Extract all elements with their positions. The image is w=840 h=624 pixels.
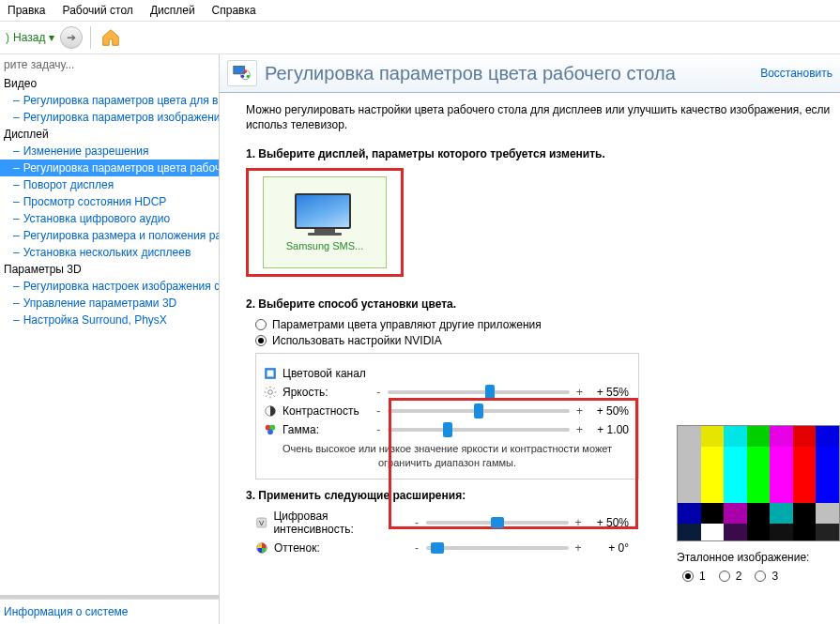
page-title: Регулировка параметров цвета рабочего ст… [265,63,676,84]
back-button[interactable]: ) Назад ▾ [6,31,54,44]
tree-item-video-image[interactable]: –Регулировка параметров изображения д [0,109,219,126]
tree-group-video: Видео [0,75,219,92]
nav-tree: Видео –Регулировка параметров цвета для … [0,73,219,595]
radio-nvidia[interactable]: Использовать настройки NVIDIA [255,334,832,347]
svg-line-15 [266,396,267,397]
arrow-right-icon: ➔ [67,31,76,44]
menubar: Правка Рабочий стол Дисплей Справка [0,0,840,22]
hue-slider[interactable]: - + [413,541,582,555]
hue-label: Оттенок: [274,541,320,555]
tree-item-3d-image-settings[interactable]: –Регулировка настроек изображения с пр [0,278,219,295]
task-select-label[interactable]: рите задачу... [0,54,219,73]
channel-icon [264,367,277,380]
page-description: Можно регулировать настройки цвета рабоч… [246,102,832,132]
intensity-label: Цифровая интенсивность: [273,510,405,536]
tree-group-3d: Параметры 3D [0,261,219,278]
svg-point-2 [244,70,247,73]
radio-icon [255,335,267,346]
menu-display[interactable]: Дисплей [150,4,195,17]
preview-pane: Эталонное изображение: 1 2 3 [677,425,840,583]
tree-item-3d-manage[interactable]: –Управление параметрами 3D [0,295,219,312]
content: Регулировка параметров цвета рабочего ст… [220,54,840,624]
brightness-label: Яркость: [283,386,328,399]
step2-label: 2. Выберите способ установки цвета. [246,297,832,311]
tree-item-video-color[interactable]: –Регулировка параметров цвета для вид [0,92,219,109]
minus-icon: - [374,423,382,436]
menu-help[interactable]: Справка [212,4,256,17]
tree-item-multiple-displays[interactable]: –Установка нескольких дисплеев [0,244,219,261]
minus-icon: - [413,541,420,555]
sidebar-system-info[interactable]: Информация о системе [0,599,219,624]
contrast-icon [264,404,277,418]
minus-icon: - [374,404,382,418]
radio-other-apps[interactable]: Параметрами цвета управляют другие прило… [255,318,832,331]
tree-item-rotate[interactable]: –Поворот дисплея [0,176,219,193]
menu-edit[interactable]: Правка [8,4,46,17]
home-icon [100,27,121,48]
reference-image-label: Эталонное изображение: [677,551,840,564]
display-selection-highlight: Samsung SMS... [246,168,404,277]
svg-point-7 [268,390,273,395]
tree-item-desktop-color[interactable]: –Регулировка параметров цвета рабочег [0,160,219,176]
svg-point-4 [241,75,244,78]
tree-group-display: Дисплей [0,126,219,143]
home-button[interactable] [99,25,123,50]
hue-value: + 0° [589,541,631,555]
ref-radio-1[interactable]: 1 [682,570,706,583]
forward-button[interactable]: ➔ [60,26,83,49]
channel-label: Цветовой канал [283,367,366,380]
gamma-label: Гамма: [283,423,319,436]
minus-icon: - [374,386,382,399]
sidebar: рите задачу... Видео –Регулировка параме… [0,54,220,624]
color-bars-preview [677,425,840,541]
ref-radio-2[interactable]: 2 [719,570,742,583]
page-title-bar: Регулировка параметров цвета рабочего ст… [220,54,840,93]
display-tile-samsung[interactable]: Samsung SMS... [263,176,387,268]
svg-line-12 [266,388,267,389]
page-title-icon [227,60,257,86]
tree-item-surround-physx[interactable]: –Настройка Surround, PhysX [0,312,219,328]
chevron-down-icon: ▾ [49,31,54,44]
radio-icon [682,571,694,582]
tree-item-resolution[interactable]: –Изменение разрешения [0,143,219,160]
contrast-label: Контрастность [283,404,359,418]
plus-icon: + [574,541,582,555]
svg-point-19 [267,430,273,435]
svg-rect-6 [267,371,274,377]
reference-image-radios: 1 2 3 [682,570,840,583]
monitor-icon [295,193,355,236]
svg-point-3 [247,75,250,78]
radio-icon [255,319,267,330]
restore-defaults-link[interactable]: Восстановить [760,67,832,80]
radio-icon [719,571,730,582]
toolbar: ) Назад ▾ ➔ [0,22,840,54]
svg-rect-0 [234,67,245,74]
svg-line-13 [274,396,275,397]
sliders-highlight [389,398,638,529]
menu-desktop[interactable]: Рабочий стол [63,4,133,17]
intensity-icon: V [255,516,267,529]
toolbar-separator [90,26,91,49]
radio-icon [755,571,766,582]
hue-icon [255,541,268,555]
gamma-icon [264,423,277,436]
ref-radio-3[interactable]: 3 [755,570,778,583]
svg-line-14 [274,388,275,389]
tree-item-size-position[interactable]: –Регулировка размера и положения рабо [0,227,219,244]
tree-item-hdcp[interactable]: –Просмотр состояния HDCP [0,193,219,210]
step1-label: 1. Выберите дисплей, параметры которого … [246,147,832,160]
brightness-icon [264,386,277,399]
svg-text:V: V [259,519,265,527]
tree-item-digital-audio[interactable]: –Установка цифрового аудио [0,210,219,227]
display-tile-name: Samsung SMS... [286,240,364,251]
